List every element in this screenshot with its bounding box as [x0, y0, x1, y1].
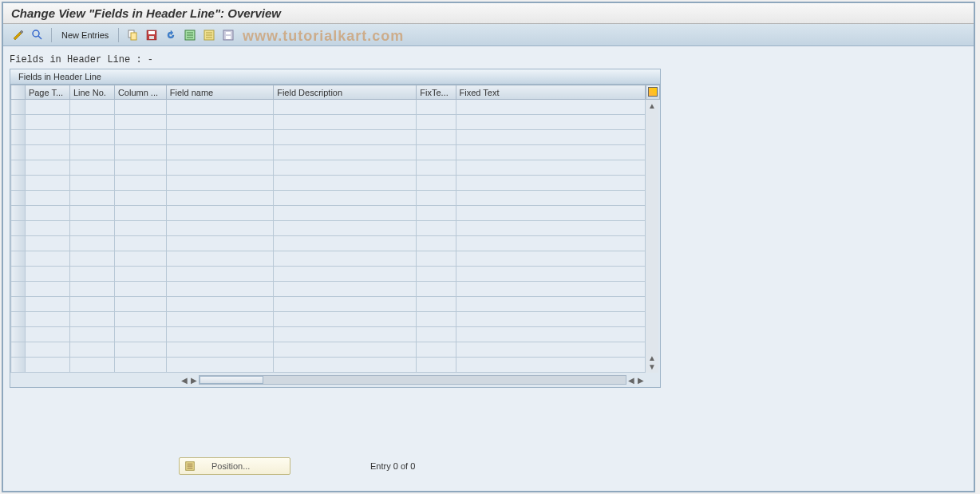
- grid-cell[interactable]: [417, 236, 456, 251]
- grid-cell[interactable]: [274, 282, 417, 297]
- scroll-up-icon[interactable]: ▲: [648, 101, 656, 110]
- grid-cell[interactable]: [274, 236, 417, 251]
- copy-icon[interactable]: [125, 28, 140, 42]
- grid-cell[interactable]: [417, 327, 456, 342]
- grid-cell[interactable]: [456, 176, 645, 191]
- grid-cell[interactable]: [456, 358, 645, 373]
- table-row[interactable]: [11, 145, 646, 160]
- select-all-icon[interactable]: [183, 28, 197, 42]
- scroll-right-icon[interactable]: ▶: [189, 376, 199, 385]
- grid-cell[interactable]: [69, 236, 114, 251]
- grid-cell[interactable]: [274, 160, 417, 176]
- row-selector[interactable]: [11, 145, 26, 160]
- column-header-column[interactable]: Column ...: [114, 85, 166, 100]
- table-row[interactable]: [11, 358, 646, 373]
- scroll-left-end-icon[interactable]: ◀: [626, 376, 636, 385]
- grid-cell[interactable]: [274, 327, 417, 342]
- table-row[interactable]: [11, 206, 646, 221]
- hscroll-track[interactable]: [199, 375, 626, 385]
- grid-cell[interactable]: [417, 221, 456, 236]
- grid-cell[interactable]: [166, 236, 273, 251]
- find-icon[interactable]: [30, 28, 45, 42]
- table-row[interactable]: [11, 160, 646, 176]
- grid-cell[interactable]: [69, 145, 114, 160]
- grid-cell[interactable]: [274, 176, 417, 191]
- grid-cell[interactable]: [274, 251, 417, 267]
- grid-cell[interactable]: [166, 176, 273, 191]
- grid-cell[interactable]: [456, 297, 645, 312]
- column-header-fixed-text[interactable]: Fixed Text: [456, 85, 645, 100]
- grid-cell[interactable]: [114, 221, 166, 236]
- grid-cell[interactable]: [25, 191, 69, 206]
- grid-cell[interactable]: [25, 236, 69, 251]
- deselect-all-icon[interactable]: [202, 28, 216, 42]
- grid-cell[interactable]: [69, 130, 114, 145]
- grid-cell[interactable]: [25, 100, 69, 115]
- grid-cell[interactable]: [456, 191, 645, 206]
- grid-cell[interactable]: [25, 327, 69, 342]
- grid-cell[interactable]: [274, 312, 417, 327]
- grid-cell[interactable]: [274, 221, 417, 236]
- row-selector[interactable]: [11, 282, 26, 297]
- grid-cell[interactable]: [166, 100, 273, 115]
- row-selector[interactable]: [11, 358, 26, 373]
- column-header-line-no[interactable]: Line No.: [69, 85, 114, 100]
- grid-cell[interactable]: [69, 176, 114, 191]
- grid-cell[interactable]: [25, 358, 69, 373]
- table-row[interactable]: [11, 342, 646, 358]
- row-selector[interactable]: [11, 191, 26, 206]
- scroll-left-icon[interactable]: ◀: [180, 376, 189, 385]
- grid-cell[interactable]: [69, 297, 114, 312]
- table-row[interactable]: [11, 251, 646, 267]
- grid-cell[interactable]: [417, 251, 456, 267]
- grid-cell[interactable]: [166, 282, 273, 297]
- row-selector[interactable]: [11, 267, 26, 282]
- grid-cell[interactable]: [417, 191, 456, 206]
- table-row[interactable]: [11, 100, 646, 115]
- grid-cell[interactable]: [69, 312, 114, 327]
- grid-cell[interactable]: [274, 358, 417, 373]
- table-row[interactable]: [11, 297, 646, 312]
- new-entries-button[interactable]: New Entries: [58, 29, 112, 41]
- grid-cell[interactable]: [25, 115, 69, 130]
- row-selector[interactable]: [11, 206, 26, 221]
- table-row[interactable]: [11, 312, 646, 327]
- row-selector[interactable]: [11, 176, 26, 191]
- grid-cell[interactable]: [69, 100, 114, 115]
- grid-cell[interactable]: [166, 297, 273, 312]
- grid-cell[interactable]: [456, 251, 645, 267]
- grid-cell[interactable]: [456, 115, 645, 130]
- row-selector[interactable]: [11, 327, 26, 342]
- grid-cell[interactable]: [274, 297, 417, 312]
- grid-cell[interactable]: [114, 267, 166, 282]
- table-row[interactable]: [11, 130, 646, 145]
- grid-cell[interactable]: [25, 221, 69, 236]
- grid-cell[interactable]: [114, 282, 166, 297]
- grid-cell[interactable]: [417, 312, 456, 327]
- grid-cell[interactable]: [114, 130, 166, 145]
- grid-cell[interactable]: [114, 312, 166, 327]
- column-header-fix-te[interactable]: FixTe...: [417, 85, 456, 100]
- grid-cell[interactable]: [114, 251, 166, 267]
- row-selector[interactable]: [11, 115, 26, 130]
- grid-cell[interactable]: [25, 251, 69, 267]
- row-selector[interactable]: [11, 100, 26, 115]
- table-row[interactable]: [11, 115, 646, 130]
- grid-cell[interactable]: [25, 342, 69, 358]
- grid-cell[interactable]: [274, 206, 417, 221]
- grid-cell[interactable]: [166, 251, 273, 267]
- grid-cell[interactable]: [417, 115, 456, 130]
- grid-cell[interactable]: [166, 358, 273, 373]
- grid-cell[interactable]: [25, 160, 69, 176]
- horizontal-scrollbar[interactable]: ◀ ▶ ◀ ▶: [10, 373, 660, 387]
- grid-cell[interactable]: [114, 297, 166, 312]
- grid-cell[interactable]: [456, 130, 645, 145]
- grid-cell[interactable]: [166, 191, 273, 206]
- row-selector[interactable]: [11, 236, 26, 251]
- grid-cell[interactable]: [456, 100, 645, 115]
- vertical-scrollbar[interactable]: ▲ ▲ ▼: [646, 100, 658, 373]
- grid-cell[interactable]: [166, 342, 273, 358]
- grid-cell[interactable]: [114, 160, 166, 176]
- grid-cell[interactable]: [417, 342, 456, 358]
- grid-cell[interactable]: [114, 115, 166, 130]
